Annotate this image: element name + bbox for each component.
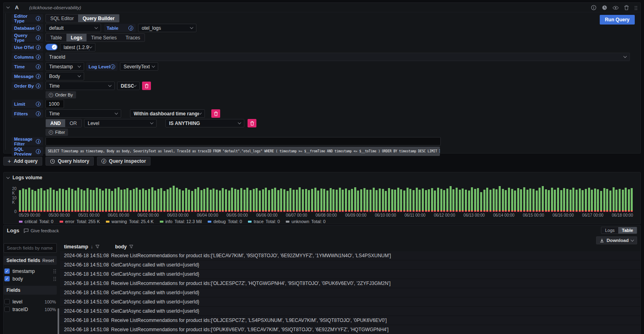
query-type-logs-option[interactable]: Logs <box>66 34 87 41</box>
collapse-chevron-icon[interactable] <box>6 5 10 8</box>
volume-bar <box>287 191 289 212</box>
volume-bar <box>588 188 590 212</box>
filter-icon[interactable] <box>129 245 133 249</box>
remove-order-by-button[interactable] <box>142 82 151 90</box>
help-icon[interactable] <box>591 5 597 10</box>
order-by-field-select[interactable]: Time <box>45 82 115 90</box>
legend-item-unknown[interactable]: unknownTotal: 0 <box>286 219 326 224</box>
order-by-direction-select[interactable]: DESC <box>117 82 140 90</box>
query-indent-guide <box>5 13 6 150</box>
query-type-timeseries-option[interactable]: Time Series <box>87 34 121 41</box>
remove-query-icon[interactable] <box>624 5 629 10</box>
message-filter-input[interactable] <box>45 137 441 145</box>
and-option[interactable]: AND <box>46 119 65 127</box>
remove-filter-button[interactable] <box>211 109 220 118</box>
volume-bar <box>379 189 381 212</box>
selected-field-timestamp[interactable]: timestamp <box>4 267 57 275</box>
sort-desc-icon[interactable]: ↓ <box>91 244 93 250</box>
columns-multiselect[interactable]: TraceId <box>45 53 630 61</box>
volume-bar <box>256 188 258 212</box>
time-column-select[interactable]: Timestamp <box>45 62 84 71</box>
volume-bar <box>225 189 227 212</box>
volume-bar <box>360 189 362 212</box>
checkbox-unchecked[interactable] <box>4 299 10 304</box>
legend-item-trace[interactable]: traceTotal: 0 <box>248 219 280 224</box>
field-name: timestamp <box>12 268 50 274</box>
checkbox-checked[interactable] <box>4 276 10 281</box>
legend-item-error[interactable]: errorTotal: 255 K <box>60 219 100 224</box>
use-otel-toggle[interactable] <box>45 44 58 50</box>
volume-bar <box>74 191 76 212</box>
database-select[interactable]: default <box>45 24 101 32</box>
timestamp-cell: 2024-06-18 14:51:08 <box>60 327 107 332</box>
filter2-field-select[interactable]: Level <box>84 119 157 127</box>
query-type-label: Query Type <box>12 33 43 42</box>
sidebar-scrollbar[interactable] <box>58 308 59 334</box>
selected-fields-list: timestampbody <box>4 267 57 283</box>
table-row: 2024-06-18 14:51:08Receive ListRecommend… <box>60 279 640 288</box>
query-history-button[interactable]: Query history <box>45 157 94 166</box>
legend-item-critical[interactable]: criticalTotal: 0 <box>19 219 54 224</box>
query-type-traces-option[interactable]: Traces <box>121 34 144 41</box>
query-type-table-option[interactable]: Table <box>46 34 66 41</box>
message-column-select[interactable]: Body <box>45 72 84 80</box>
add-query-button[interactable]: Add query <box>3 157 42 166</box>
table-select[interactable]: otel_logs <box>138 24 196 32</box>
logs-volume-header[interactable]: Logs volume <box>7 175 42 180</box>
timestamp-column-header[interactable]: timestamp <box>64 244 88 250</box>
x-axis: 05/29 00:0005/30 00:0005/31 00:0006/01 0… <box>19 213 633 217</box>
reset-button[interactable]: Reset <box>42 258 54 263</box>
available-field-traceID[interactable]: traceID100% <box>4 305 57 313</box>
checkbox-checked[interactable] <box>4 268 10 274</box>
or-option[interactable]: OR <box>65 119 81 127</box>
volume-bar <box>431 188 433 212</box>
sql-editor-option[interactable]: SQL Editor <box>46 14 78 22</box>
volume-bar <box>182 191 184 212</box>
log-level-select[interactable]: SeverityText <box>120 62 158 71</box>
query-builder-option[interactable]: Query Builder <box>78 14 119 22</box>
add-order-by-button[interactable]: Order By <box>45 91 76 98</box>
give-feedback-link[interactable]: Give feedback <box>24 228 59 233</box>
table-row: 2024-06-18 14:51:08GetCartAsync called w… <box>60 307 640 316</box>
chevron-down-icon <box>78 74 81 77</box>
body-cell: GetCartAsync called with userId={userId} <box>107 262 199 268</box>
add-filter-button[interactable]: Filter <box>45 129 68 136</box>
filter-operator-select[interactable]: Within dashboard time range <box>130 109 205 118</box>
drag-handle-icon[interactable] <box>53 269 56 274</box>
chevron-down-icon <box>95 26 98 29</box>
history-icon[interactable] <box>602 5 607 10</box>
info-icon <box>36 16 41 21</box>
remove-filter2-button[interactable] <box>248 119 256 127</box>
selected-field-body[interactable]: body <box>4 275 57 283</box>
filter-field-select[interactable]: Time <box>45 109 121 118</box>
volume-bar <box>397 188 399 212</box>
search-fields-input[interactable] <box>4 243 57 253</box>
volume-bar <box>28 188 30 212</box>
logs-volume-bars <box>19 185 633 212</box>
columns-label: Columns <box>12 53 43 61</box>
drag-handle-icon[interactable] <box>634 6 637 10</box>
filter2-operator-select[interactable]: IS ANYTHING <box>165 119 244 127</box>
drag-handle-icon[interactable] <box>53 277 56 281</box>
legend-item-debug[interactable]: debugTotal: 0 <box>208 219 242 224</box>
filter-icon[interactable] <box>95 245 99 249</box>
available-field-level[interactable]: level100% <box>4 298 57 305</box>
volume-bar <box>311 189 313 212</box>
legend-item-info[interactable]: infoTotal: 12.3 Mil <box>160 219 202 224</box>
volume-bar <box>114 189 116 212</box>
body-column-header[interactable]: body <box>115 244 127 250</box>
view-table-option[interactable]: Table <box>618 227 637 234</box>
hide-response-icon[interactable] <box>613 6 619 10</box>
otel-version-select[interactable]: latest (1.2.9) <box>60 43 95 51</box>
body-cell: Receive ListRecommendations for product … <box>107 327 388 332</box>
volume-bar <box>523 187 525 212</box>
checkbox-unchecked[interactable] <box>4 307 10 312</box>
volume-bar <box>259 191 261 212</box>
volume-bar <box>87 188 89 212</box>
legend-item-warning[interactable]: warningTotal: 25.4 K <box>106 219 154 224</box>
limit-input[interactable] <box>45 100 64 108</box>
view-logs-option[interactable]: Logs <box>601 227 618 234</box>
volume-bar <box>452 189 454 212</box>
query-inspector-button[interactable]: Query inspector <box>97 157 151 166</box>
volume-bar <box>293 190 295 212</box>
